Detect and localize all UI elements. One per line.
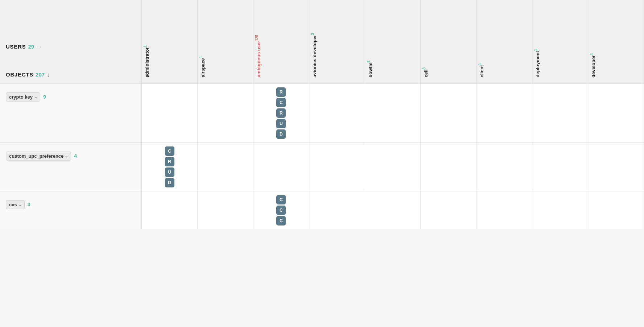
data-cell-custom_upc_preference-administrator: CRUD [142,142,198,191]
row-label-cell-custom_upc_preference: custom_upc_preference⌄4 [0,142,142,191]
table-row: cvs⌄3CCC [0,191,644,229]
col-header-ambiguous_user: ambiguous user125 [253,0,309,83]
col-label-ambiguous_user: ambiguous user125 [255,35,261,77]
data-cell-cvs-administrator [142,191,198,229]
col-header-administrator: administrator1 [142,0,198,83]
row-label-cell-cvs: cvs⌄3 [0,191,142,229]
crud-badge-u[interactable]: U [165,167,174,177]
main-table-container: USERS 29 → OBJECTS 207 ↓ administrator1a… [0,0,644,229]
col-count-developer: 4 [590,53,594,55]
users-line: USERS 29 → [6,44,136,50]
data-cell-crypto_key-avionics_developer [309,83,365,142]
row-count-custom_upc_preference: 4 [74,153,77,159]
col-header-bowtie: bowtie2 [365,0,421,83]
arrow-right-icon: → [36,44,42,50]
row-label-wrapper-custom_upc_preference: custom_upc_preference⌄4 [6,149,136,161]
row-label-wrapper-crypto_key: crypto key⌄9 [6,90,136,102]
crud-badge-u[interactable]: U [276,119,286,128]
data-cell-custom_upc_preference-deployment [532,142,588,191]
data-cell-crypto_key-ambiguous_user: RCRUD [253,83,309,142]
arrow-down-icon: ↓ [47,71,50,78]
objects-label: OBJECTS [6,71,33,78]
col-header-client: client1 [476,0,532,83]
data-cell-custom_upc_preference-developer [588,142,644,191]
col-count-cell: 3 [422,67,426,70]
row-count-crypto_key: 9 [43,94,46,100]
data-cell-crypto_key-developer [588,83,644,142]
data-cell-cvs-client [476,191,532,229]
objects-count: 207 [36,71,45,78]
data-cell-custom_upc_preference-client [476,142,532,191]
crud-badges-crypto_key-ambiguous_user: RCRUD [256,87,306,139]
col-header-avionics_developer: avionics developer3 [309,0,365,83]
col-count-avionics_developer: 3 [311,33,315,35]
table-row: crypto key⌄9RCRUD [0,83,644,142]
crud-badge-r[interactable]: R [276,87,286,97]
crud-badges-custom_upc_preference-administrator: CRUD [145,146,194,187]
crud-badge-c[interactable]: C [165,146,174,156]
col-label-deployment: deployment1 [534,49,540,78]
col-label-cell: cell3 [422,67,429,77]
data-cell-crypto_key-bowtie [365,83,421,142]
row-count-cvs: 3 [28,202,30,207]
crud-badge-c[interactable]: C [276,98,286,107]
col-label-client: client1 [478,63,484,78]
col-header-deployment: deployment1 [532,0,588,83]
data-cell-custom_upc_preference-airspace [197,142,253,191]
data-cell-cvs-cell [421,191,476,229]
data-cell-cvs-airspace [197,191,253,229]
data-cell-custom_upc_preference-bowtie [365,142,421,191]
data-cell-crypto_key-airspace [197,83,253,142]
col-count-deployment: 1 [534,49,538,51]
corner-cell: USERS 29 → OBJECTS 207 ↓ [0,0,142,83]
crud-badge-c[interactable]: C [276,206,286,215]
row-label-text-custom_upc_preference: custom_upc_preference [9,153,63,159]
col-header-airspace: airspace1 [197,0,253,83]
objects-line: OBJECTS 207 ↓ [6,71,136,78]
table-row: custom_upc_preference⌄4CRUD [0,142,644,191]
col-label-administrator: administrator1 [143,45,150,78]
col-label-bowtie: bowtie2 [367,61,373,78]
data-cell-cvs-avionics_developer [309,191,365,229]
col-count-ambiguous_user: 125 [255,35,259,41]
col-count-bowtie: 2 [367,61,371,63]
data-cell-custom_upc_preference-cell [421,142,476,191]
crud-badge-r[interactable]: R [165,157,174,166]
data-cell-cvs-ambiguous_user: CCC [253,191,309,229]
chevron-down-icon: ⌄ [65,154,68,158]
row-label-button-custom_upc_preference[interactable]: custom_upc_preference⌄ [6,152,71,161]
row-label-wrapper-cvs: cvs⌄3 [6,197,136,209]
data-cell-custom_upc_preference-avionics_developer [309,142,365,191]
data-cell-crypto_key-administrator [142,83,198,142]
col-label-airspace: airspace1 [199,56,206,77]
crud-badge-c[interactable]: C [276,216,286,225]
crud-badge-c[interactable]: C [276,195,286,204]
chevron-down-icon: ⌄ [34,95,37,99]
chevron-down-icon: ⌄ [18,203,21,207]
data-cell-crypto_key-client [476,83,532,142]
col-label-avionics_developer: avionics developer3 [311,33,317,78]
data-cell-cvs-developer [588,191,644,229]
users-label: USERS [6,44,26,50]
crud-badge-r[interactable]: R [276,108,286,118]
data-cell-cvs-bowtie [365,191,421,229]
crud-badge-d[interactable]: D [276,129,286,139]
col-label-developer: developer4 [590,53,596,78]
data-cell-custom_upc_preference-ambiguous_user [253,142,309,191]
row-label-button-cvs[interactable]: cvs⌄ [6,200,25,209]
data-cell-crypto_key-deployment [532,83,588,142]
row-label-text-crypto_key: crypto key [9,94,33,100]
col-header-developer: developer4 [588,0,644,83]
data-cell-crypto_key-cell [421,83,476,142]
users-count: 29 [28,44,34,50]
permissions-table: USERS 29 → OBJECTS 207 ↓ administrator1a… [0,0,644,229]
crud-badge-d[interactable]: D [165,178,174,187]
crud-badges-cvs-ambiguous_user: CCC [256,195,306,225]
header-row: USERS 29 → OBJECTS 207 ↓ administrator1a… [0,0,644,83]
row-label-button-crypto_key[interactable]: crypto key⌄ [6,92,40,102]
col-count-airspace: 1 [199,56,203,58]
row-label-text-cvs: cvs [9,202,17,207]
data-cell-cvs-deployment [532,191,588,229]
col-count-client: 1 [478,63,482,65]
row-label-cell-crypto_key: crypto key⌄9 [0,83,142,142]
